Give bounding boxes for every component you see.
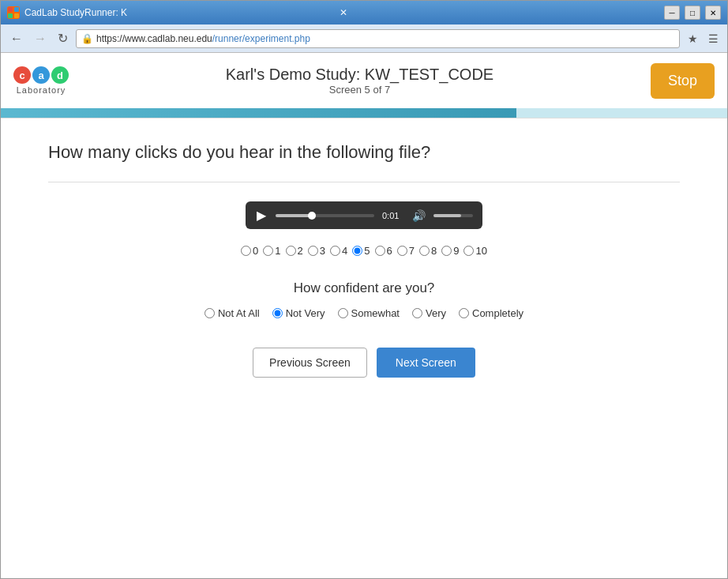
- main-content: How many clicks do you hear in the follo…: [1, 118, 727, 578]
- nav-bar: ← → ↻ 🔒 https://www.cadlab.neu.edu /runn…: [1, 24, 727, 53]
- click-count-radios: 0 1 2 3 4 5 6 7 8 9 10: [241, 245, 487, 257]
- favicon-icon: [7, 6, 20, 19]
- confidence-not-at-all[interactable]: Not At All: [205, 307, 260, 319]
- click-radio-7[interactable]: 7: [397, 245, 415, 257]
- maximize-button[interactable]: □: [685, 6, 700, 20]
- url-prefix: https://www.cadlab.neu.edu: [96, 33, 212, 44]
- volume-fill: [433, 214, 461, 217]
- screen-info: Screen 5 of 7: [226, 84, 493, 96]
- address-bar[interactable]: 🔒 https://www.cadlab.neu.edu /runner/exp…: [76, 29, 680, 48]
- progress-bar-container: [1, 108, 727, 118]
- forward-button[interactable]: →: [31, 30, 50, 47]
- confidence-somewhat[interactable]: Somewhat: [338, 307, 400, 319]
- click-radio-0[interactable]: 0: [241, 245, 258, 257]
- close-button[interactable]: ✕: [705, 6, 721, 20]
- reload-button[interactable]: ↻: [54, 29, 71, 47]
- next-screen-button[interactable]: Next Screen: [377, 348, 475, 378]
- header-title: Karl's Demo Study: KW_TEST_CODE Screen 5…: [226, 66, 493, 96]
- logo-label: Laboratory: [17, 85, 66, 95]
- window: CadLab StudyRunner: K ✕ ─ □ ✕ ← → ↻ 🔒 ht…: [0, 0, 728, 579]
- tab-title: CadLab StudyRunner: K: [24, 7, 332, 18]
- logo: c a d Laboratory: [13, 66, 69, 95]
- confidence-radios: Not At All Not Very Somewhat Very Comple…: [205, 307, 523, 319]
- svg-rect-0: [8, 7, 13, 12]
- menu-icon[interactable]: ☰: [705, 31, 721, 47]
- confidence-completely[interactable]: Completely: [459, 307, 523, 319]
- audio-time: 0:01: [382, 211, 404, 220]
- svg-rect-1: [14, 7, 19, 12]
- title-bar: CadLab StudyRunner: K ✕ ─ □ ✕: [1, 1, 727, 24]
- volume-icon[interactable]: 🔊: [412, 209, 426, 222]
- tab-close-icon[interactable]: ✕: [340, 7, 347, 18]
- confidence-not-very[interactable]: Not Very: [272, 307, 325, 319]
- previous-screen-button[interactable]: Previous Screen: [253, 348, 367, 378]
- audio-progress-track[interactable]: [276, 214, 374, 217]
- confidence-label: How confident are you?: [294, 280, 435, 296]
- back-button[interactable]: ←: [7, 30, 26, 47]
- click-radio-6[interactable]: 6: [375, 245, 392, 257]
- question-text: How many clicks do you hear in the follo…: [48, 142, 430, 163]
- click-radio-10[interactable]: 10: [463, 245, 486, 257]
- volume-track[interactable]: [433, 214, 473, 217]
- minimize-button[interactable]: ─: [664, 6, 680, 20]
- url-path: /runner/experiment.php: [212, 33, 310, 44]
- play-button[interactable]: ▶: [255, 208, 268, 223]
- nav-buttons: Previous Screen Next Screen: [253, 348, 475, 378]
- logo-c: c: [13, 66, 31, 84]
- click-radio-8[interactable]: 8: [419, 245, 437, 257]
- divider: [48, 182, 680, 182]
- progress-bar-fill: [1, 108, 516, 118]
- study-title: Karl's Demo Study: KW_TEST_CODE: [226, 66, 493, 84]
- stop-button[interactable]: Stop: [651, 63, 715, 99]
- svg-rect-2: [8, 13, 13, 18]
- click-radio-9[interactable]: 9: [441, 245, 459, 257]
- click-radio-1[interactable]: 1: [263, 245, 280, 257]
- svg-rect-3: [14, 13, 19, 18]
- click-radio-5[interactable]: 5: [352, 245, 370, 257]
- confidence-very[interactable]: Very: [412, 307, 446, 319]
- audio-progress-thumb: [308, 212, 316, 220]
- app-header: c a d Laboratory Karl's Demo Study: KW_T…: [1, 53, 727, 108]
- click-radio-3[interactable]: 3: [308, 245, 325, 257]
- audio-progress-played: [276, 214, 310, 217]
- audio-player: ▶ 0:01 🔊: [246, 201, 482, 229]
- logo-a: a: [32, 66, 50, 84]
- click-radio-4[interactable]: 4: [330, 245, 347, 257]
- click-radio-2[interactable]: 2: [286, 245, 303, 257]
- logo-d: d: [51, 66, 69, 84]
- bookmark-icon[interactable]: ★: [685, 31, 700, 47]
